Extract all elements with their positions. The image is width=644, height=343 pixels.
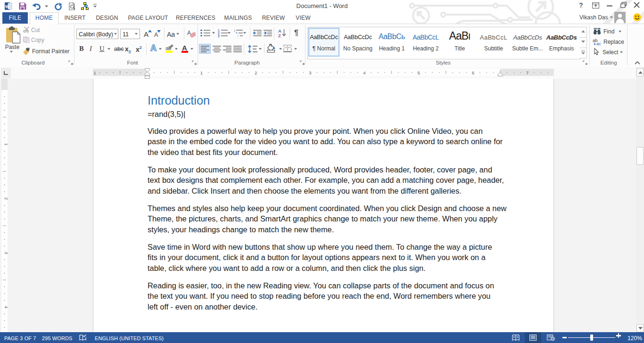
svg-text:W: W <box>5 4 9 9</box>
svg-text:i: i <box>238 34 238 37</box>
svg-text:6: 6 <box>472 70 474 75</box>
svg-text:ac: ac <box>596 41 601 46</box>
svg-text:a: a <box>236 31 238 34</box>
svg-text:Z: Z <box>278 33 281 38</box>
svg-text:2: 2 <box>255 70 257 75</box>
svg-text:2: 2 <box>4 197 8 200</box>
svg-text:3: 3 <box>4 252 8 254</box>
svg-text:3: 3 <box>218 34 220 37</box>
svg-text:1: 1 <box>94 70 96 75</box>
svg-text:1: 1 <box>4 143 8 146</box>
svg-text:3: 3 <box>309 70 311 75</box>
svg-text:4: 4 <box>363 70 365 75</box>
svg-text:1: 1 <box>200 70 203 75</box>
svg-text:7: 7 <box>526 70 528 75</box>
svg-text:5: 5 <box>418 70 420 75</box>
svg-text:4: 4 <box>4 306 8 308</box>
